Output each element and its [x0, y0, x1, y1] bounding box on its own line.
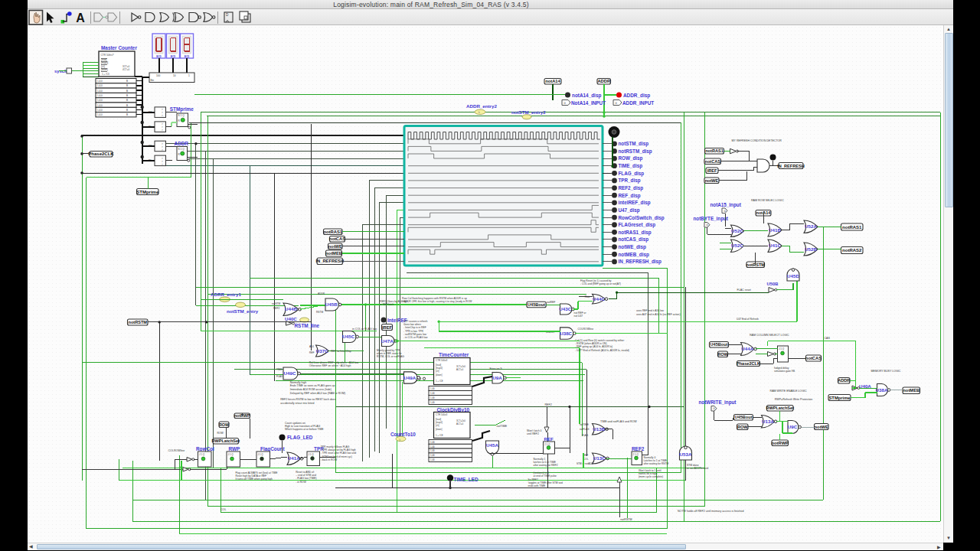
svg-text:notRSTM_disp: notRSTM_disp	[619, 148, 652, 155]
svg-text:U49C: U49C	[284, 370, 296, 376]
svg-text:notRAS1: notRAS1	[324, 230, 343, 234]
svg-text:Won't latch 0: Won't latch 0	[527, 429, 542, 432]
svg-text:U41C: U41C	[769, 243, 781, 248]
svg-text:ADDR_INPUT: ADDR_INPUT	[622, 100, 654, 106]
svg-text:notSTM_disp: notSTM_disp	[619, 141, 649, 147]
svg-text:RWP: RWP	[229, 446, 241, 452]
svg-text:if ADDR OFF, this line is high: if ADDR OFF, this line is high, causing …	[402, 300, 472, 303]
svg-text:Normally high: Normally high	[290, 381, 306, 384]
svg-text:U47A: U47A	[381, 338, 394, 344]
svg-text:ACT=0: ACT=0	[456, 422, 463, 425]
svg-text:U45Bout: U45Bout	[528, 302, 545, 307]
svg-text:notCAS: notCAS	[704, 159, 720, 164]
svg-text:1,4,0: 1,4,0	[97, 99, 103, 102]
svg-text:simulates gate 9B: simulates gate 9B	[774, 370, 795, 373]
svg-text:RowColSwitch_disp: RowColSwitch_disp	[619, 215, 665, 221]
svg-text:ROW: ROW	[737, 425, 748, 429]
svg-text:U45D: U45D	[787, 273, 799, 279]
svg-text:STMprime: STMprime	[828, 396, 851, 400]
svg-text:notWE: notWE	[815, 425, 828, 429]
svg-text:U52B: U52B	[805, 246, 817, 252]
svg-text:U52C: U52C	[731, 243, 743, 248]
svg-text:U45B: U45B	[325, 302, 338, 307]
svg-text:ADDR: ADDR	[597, 79, 611, 83]
svg-text:U44A: U44A	[741, 346, 753, 351]
svg-text:A14: A14	[309, 345, 314, 348]
svg-text:U52C: U52C	[731, 228, 743, 233]
svg-text:notCAS: notCAS	[805, 356, 822, 360]
svg-text:B: B	[126, 94, 128, 97]
svg-text:FLAG: FLAG	[582, 434, 589, 437]
svg-text:1,4,0: 1,4,0	[97, 80, 103, 83]
svg-text:U13A: U13A	[762, 419, 774, 424]
svg-text:1,40: 1,40	[430, 454, 435, 457]
svg-text:ADDR: ADDR	[175, 141, 189, 146]
svg-text:4CT=0: 4CT=0	[122, 68, 129, 71]
svg-text:REF: REF	[309, 351, 314, 354]
svg-text:2 1 Q: 2 1 Q	[633, 453, 639, 456]
svg-text:RSTM_line: RSTM_line	[295, 323, 320, 328]
svg-text:U41B: U41B	[769, 227, 781, 233]
svg-text:B: B	[126, 113, 128, 116]
svg-text:notRAS1_disp: notRAS1_disp	[619, 230, 652, 236]
svg-text:TIME_disp: TIME_disp	[619, 163, 643, 169]
svg-text:until REF2: until REF2	[527, 432, 539, 435]
svg-text:notRAS1: notRAS1	[842, 225, 862, 230]
svg-text:J 1 Q: J 1 Q	[309, 453, 315, 456]
svg-text:[down]: [down]	[101, 68, 108, 71]
svg-text:U40C: U40C	[285, 316, 297, 321]
svg-text:FLAC reset: FLAC reset	[737, 289, 751, 292]
svg-text:D: D	[226, 13, 229, 17]
svg-text:REF2: REF2	[545, 403, 552, 406]
svg-text:Master Counter: Master Counter	[101, 45, 137, 51]
svg-text:TIME: TIME	[276, 368, 283, 371]
svg-text:STM or notADD: STM or notADD	[577, 462, 594, 465]
svg-text:IREF: IREF	[382, 325, 393, 330]
svg-text:1,+ /C3: 1,+ /C3	[102, 73, 109, 76]
svg-text:1,40: 1,40	[430, 396, 435, 399]
svg-text:after waiting for RSTM: after waiting for RSTM	[644, 462, 669, 465]
svg-text:[map0]: [map0]	[101, 61, 108, 64]
svg-text:1,4,0: 1,4,0	[97, 104, 103, 107]
svg-text:FLAG_LED: FLAG_LED	[287, 435, 313, 440]
svg-text:>: >	[162, 163, 163, 166]
svg-text:at end of TIME pulse: at end of TIME pulse	[534, 474, 557, 478]
svg-text:U9C: U9C	[788, 424, 798, 429]
svg-text:U38C: U38C	[560, 331, 572, 336]
svg-text:Ends TIME as soon as FLAG goes: Ends TIME as soon as FLAG goes up	[290, 384, 335, 387]
svg-text:Phase2CLK: Phase2CLK	[88, 152, 114, 156]
svg-text:notRAS1: notRAS1	[705, 148, 724, 153]
svg-text:>: >	[162, 148, 163, 152]
svg-text:REF2: REF2	[273, 307, 279, 310]
svg-text:1,4,0: 1,4,0	[97, 84, 103, 87]
svg-text:1,40: 1,40	[430, 441, 435, 444]
svg-text:TIME_LED: TIME_LED	[454, 477, 479, 482]
svg-text:1,4,0: 1,4,0	[97, 109, 103, 112]
svg-text:ROW: ROW	[219, 422, 230, 427]
svg-text:U9A: U9A	[492, 375, 502, 380]
svg-text:notMEB: notMEB	[325, 251, 342, 256]
svg-text:ADDR: ADDR	[838, 378, 850, 383]
svg-text:B: B	[126, 109, 128, 112]
svg-text:IN_REFRESH: IN_REFRESH	[315, 259, 344, 263]
svg-text:B: B	[126, 84, 128, 87]
svg-text:Which happens at or before TIM: Which happens at or before TIME	[285, 428, 324, 431]
svg-text:FLAGreset_disp: FLAGreset_disp	[619, 222, 656, 228]
svg-text:notSTM: notSTM	[272, 302, 281, 305]
svg-text:notTIME: notTIME	[497, 425, 508, 428]
svg-text:REF to InterChip: REF to InterChip	[331, 350, 351, 353]
svg-text:notBYTE_input: notBYTE_input	[694, 216, 729, 222]
svg-text:in COL or FLAG low: in COL or FLAG low	[352, 328, 377, 331]
svg-text:>: >	[162, 129, 163, 132]
svg-text:COLROWline: COLROWline	[578, 328, 594, 331]
svg-text:MY REFRESH CONDITION DETECTOR: MY REFRESH CONDITION DETECTOR	[732, 139, 782, 142]
svg-text:REF: REF	[583, 454, 588, 457]
svg-text:[lead]: [lead]	[101, 58, 107, 61]
svg-text:notRSTM: notRSTM	[620, 518, 632, 521]
svg-text:ROW: ROW	[217, 432, 224, 435]
svg-text:notCAS: notCAS	[329, 236, 345, 241]
svg-text:COL: COL	[220, 508, 226, 511]
svg-text:TIME and notFLAG and ROW: TIME and notFLAG and ROW	[600, 420, 637, 423]
svg-text:TimeCounter: TimeCounter	[439, 352, 469, 357]
svg-text:RAM ROW SELEC LOGIC: RAM ROW SELEC LOGIC	[751, 199, 784, 202]
